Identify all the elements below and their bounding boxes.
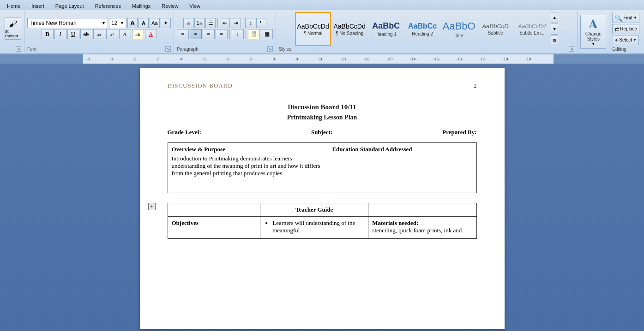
materials-label: Materials needed:	[372, 219, 472, 227]
align-left-btn[interactable]: ≡	[177, 29, 189, 39]
font-size-increase[interactable]: A	[127, 18, 138, 28]
th-col3	[368, 203, 476, 217]
highlight-btn[interactable]: ab	[132, 29, 144, 39]
svg-text:·8·: ·8·	[271, 57, 276, 61]
gallery-scroll: ▲ ▼ ⊞	[551, 12, 558, 46]
gallery-scroll-up[interactable]: ▲	[551, 12, 558, 23]
svg-text:·7·: ·7·	[248, 57, 253, 61]
change-styles-icon: 𝐀	[589, 18, 598, 30]
multilevel-btn[interactable]: ☰	[205, 18, 216, 28]
font-format-btn[interactable]: Aa	[150, 18, 160, 28]
tab-review[interactable]: Review	[156, 1, 183, 10]
decrease-indent[interactable]: ⇤	[220, 18, 230, 28]
shading-btn[interactable]: ░	[248, 29, 260, 39]
add-table-btn[interactable]: +	[148, 203, 156, 210]
para-expand[interactable]: ↘	[267, 46, 273, 52]
subscript-btn[interactable]: x₂	[93, 29, 105, 39]
gallery-more[interactable]: ⊞	[551, 35, 558, 46]
replace-btn[interactable]: ⇄ Replace	[612, 24, 639, 34]
page-header: DISCUSSION BOARD 2	[168, 82, 477, 89]
objectives-cell[interactable]: Objectives	[168, 217, 260, 239]
change-styles-btn[interactable]: 𝐀 ChangeStyles ▼	[580, 15, 606, 49]
doc-title[interactable]: Discussion Board 10/11	[168, 103, 477, 111]
font-selector[interactable]: Times New Roman ▼	[27, 18, 108, 28]
align-center-btn[interactable]: ≡	[190, 29, 202, 39]
style-subtitle-preview: AaBbCcD	[482, 23, 509, 30]
font-size-arrow: ▼	[120, 21, 124, 25]
overview-body: Introduction to Printmaking demonstrates…	[172, 155, 325, 177]
increase-indent[interactable]: ⇥	[231, 18, 241, 28]
svg-text:·13·: ·13·	[387, 57, 394, 61]
style-normal[interactable]: AaBbCcDd ¶ Normal	[295, 12, 331, 46]
underline-btn[interactable]: U	[67, 29, 79, 39]
grade-level-label[interactable]: Grade Level:	[168, 129, 201, 136]
objectives-body-cell[interactable]: Learners will understanding of the meani…	[260, 217, 368, 239]
style-nospacing[interactable]: AaBbCcDd ¶ No Spacing	[331, 12, 367, 46]
subject-label[interactable]: Subject:	[311, 129, 332, 136]
style-nospacing-label: ¶ No Spacing	[336, 31, 363, 36]
doc-subtitle[interactable]: Printmaking Lesson Plan	[168, 114, 477, 121]
find-label: Find	[623, 15, 632, 20]
texteffects-btn[interactable]: A	[119, 29, 131, 39]
sort-btn[interactable]: ↕	[245, 18, 255, 28]
style-nospacing-preview: AaBbCcDd	[334, 23, 366, 30]
document-area: DISCUSSION BOARD 2 Discussion Board 10/1…	[0, 64, 644, 331]
find-arrow: ▼	[633, 16, 637, 20]
tab-page-layout[interactable]: Page Layout	[50, 1, 89, 10]
justify-btn[interactable]: ≡	[216, 29, 228, 39]
style-h2-label: Heading 2	[412, 31, 433, 36]
paragraph-controls: ≡ 1≡ ☰ ⇤ ⇥ ↕ ¶ ≡ ≡ ≡ ≡ ↕	[177, 12, 273, 45]
replace-label: Replace	[620, 26, 637, 31]
style-subtle-preview: AaBbCcDd	[518, 23, 545, 30]
format-painter-btn[interactable]: 🖌 at Painter	[5, 18, 21, 40]
font-size-decrease[interactable]: A	[138, 18, 149, 28]
bullets-btn[interactable]: ≡	[183, 18, 193, 28]
font-size-box[interactable]: 12 ▼	[109, 18, 126, 28]
overview-cell[interactable]: Overview & Purpose Introduction to Print…	[168, 143, 328, 193]
style-subtitle[interactable]: AaBbCcD Subtitle	[477, 12, 513, 46]
styles-gallery: AaBbCcDd ¶ Normal AaBbCcDd ¶ No Spacing …	[295, 12, 550, 46]
doc-fields: Grade Level: Subject: Prepared By:	[168, 129, 477, 136]
tab-home[interactable]: Home	[2, 1, 25, 10]
gallery-scroll-down[interactable]: ▼	[551, 24, 558, 35]
svg-text:·4·: ·4·	[179, 57, 184, 61]
prepared-by-label[interactable]: Prepared By:	[442, 129, 476, 136]
svg-text:·14·: ·14·	[410, 57, 417, 61]
select-btn[interactable]: ⌖ Select ▼	[613, 35, 639, 45]
strikethrough-btn[interactable]: ab	[80, 29, 92, 39]
tab-references[interactable]: References	[90, 1, 126, 10]
clipboard-group: 🖌 at Painter ↘	[2, 11, 24, 53]
font-size-text: 12	[111, 20, 117, 26]
font-expand[interactable]: ↘	[165, 46, 171, 52]
style-heading2[interactable]: AaBbCc Heading 2	[404, 12, 440, 46]
show-marks-btn[interactable]: ¶	[256, 18, 266, 28]
superscript-btn[interactable]: x²	[106, 29, 118, 39]
editing-group: 🔍 Find ▼ ⇄ Replace ⌖ Select ▼	[609, 11, 642, 53]
tab-insert[interactable]: Insert	[26, 1, 49, 10]
editing-row1: 🔍 Find ▼	[612, 13, 639, 23]
font-controls: Times New Roman ▼ 12 ▼ A A Aa ✦ B I U	[27, 12, 171, 45]
italic-btn[interactable]: I	[54, 29, 66, 39]
change-styles-controls: 𝐀 ChangeStyles ▼	[580, 12, 606, 52]
styles-controls: AaBbCcDd ¶ Normal AaBbCcDd ¶ No Spacing …	[279, 12, 574, 46]
borders-btn[interactable]: ▦	[261, 29, 273, 39]
tab-view[interactable]: View	[184, 1, 205, 10]
objectives-list: Learners will understanding of the meani…	[264, 219, 364, 234]
education-standard-cell[interactable]: Education Standard Addressed	[328, 143, 476, 193]
align-right-btn[interactable]: ≡	[203, 29, 215, 39]
style-heading1[interactable]: AaBbC Heading 1	[368, 12, 404, 46]
svg-text:·18·: ·18·	[502, 57, 509, 61]
style-subtle[interactable]: AaBbCcDd Subtle Em...	[514, 12, 550, 46]
clipboard-expand[interactable]: ↘	[16, 46, 21, 52]
materials-cell[interactable]: Materials needed: stenciling, quick foam…	[368, 217, 476, 239]
styles-expand[interactable]: ↘	[569, 46, 574, 52]
clear-format-btn[interactable]: ✦	[161, 18, 171, 28]
bold-btn[interactable]: B	[42, 29, 54, 39]
style-title[interactable]: AaBbO Title	[441, 12, 477, 46]
fontcolor-btn[interactable]: A	[145, 29, 157, 39]
tab-mailings[interactable]: Mailings	[127, 1, 156, 10]
numbering-btn[interactable]: 1≡	[194, 18, 205, 28]
line-spacing-btn[interactable]: ↕	[232, 29, 244, 39]
table2-container: + Teacher Guide Objectives Lea	[168, 203, 477, 239]
find-btn[interactable]: 🔍 Find ▼	[612, 13, 639, 23]
